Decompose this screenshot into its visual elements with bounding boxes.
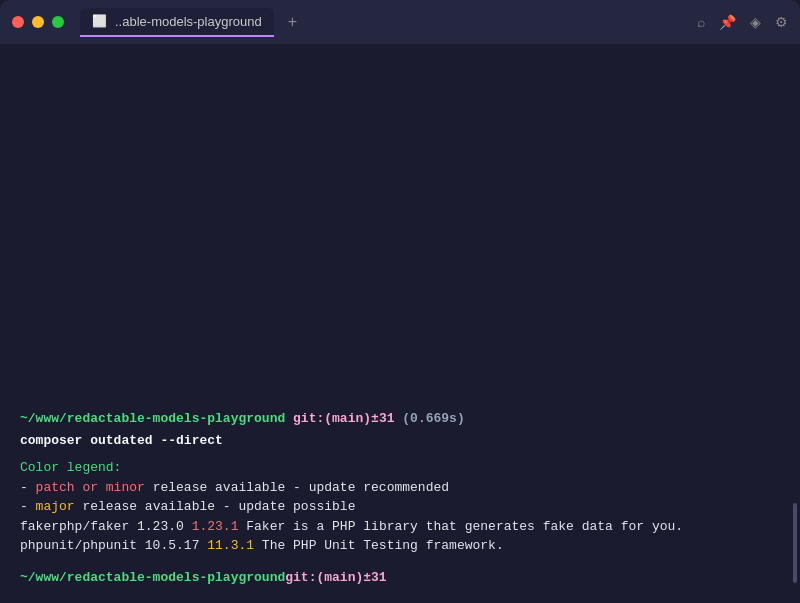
- patch-minor-text: patch or minor: [36, 480, 145, 495]
- close-button[interactable]: [12, 16, 24, 28]
- tab-title: ..able-models-playground: [115, 14, 262, 29]
- prompt-line-1: ~/www/redactable-models-playground git:(…: [20, 409, 780, 429]
- maximize-button[interactable]: [52, 16, 64, 28]
- faker-new-version: 1.23.1: [192, 519, 239, 534]
- titlebar: ⬜ ..able-models-playground + ⌕ 📌 ◈ ⚙: [0, 0, 800, 44]
- prompt-path-1: ~/www/redactable-models-playground: [20, 411, 285, 426]
- new-tab-button[interactable]: +: [282, 11, 303, 33]
- terminal-body[interactable]: ~/www/redactable-models-playground git:(…: [0, 44, 800, 603]
- tab-icon: ⬜: [92, 14, 107, 28]
- pin-icon[interactable]: 📌: [719, 14, 736, 30]
- prompt-path-2: ~/www/redactable-models-playground: [20, 568, 285, 588]
- prompt-git-2: git:(main)±31: [285, 568, 386, 588]
- tab-area: ⬜ ..able-models-playground +: [80, 8, 697, 37]
- active-tab[interactable]: ⬜ ..able-models-playground: [80, 8, 274, 37]
- command-line: composer outdated --direct: [20, 431, 780, 451]
- patch-minor-line: - patch or minor release available - upd…: [20, 478, 780, 498]
- prompt-git-1: git:(main)±31: [293, 411, 402, 426]
- color-legend-label: Color legend:: [20, 458, 780, 478]
- minimize-button[interactable]: [32, 16, 44, 28]
- terminal-window: ⬜ ..able-models-playground + ⌕ 📌 ◈ ⚙ ~/w…: [0, 0, 800, 603]
- scrollbar[interactable]: [792, 44, 798, 603]
- settings-icon[interactable]: ⚙: [775, 14, 788, 30]
- titlebar-actions: ⌕ 📌 ◈ ⚙: [697, 14, 788, 30]
- traffic-lights: [12, 16, 64, 28]
- major-line: - major release available - update possi…: [20, 497, 780, 517]
- phpunit-line: phpunit/phpunit 10.5.17 11.3.1 The PHP U…: [20, 536, 780, 556]
- scrollbar-thumb[interactable]: [793, 503, 797, 583]
- faker-line: fakerphp/faker 1.23.0 1.23.1 Faker is a …: [20, 517, 780, 537]
- prompt-time-1: (0.669s): [402, 411, 464, 426]
- prompt-line-2: ~/www/redactable-models-playground git:(…: [20, 568, 780, 588]
- wifi-icon[interactable]: ◈: [750, 14, 761, 30]
- search-icon[interactable]: ⌕: [697, 14, 705, 30]
- phpunit-new-version: 11.3.1: [207, 538, 254, 553]
- terminal-content: ~/www/redactable-models-playground git:(…: [20, 409, 780, 587]
- major-text: major: [36, 499, 75, 514]
